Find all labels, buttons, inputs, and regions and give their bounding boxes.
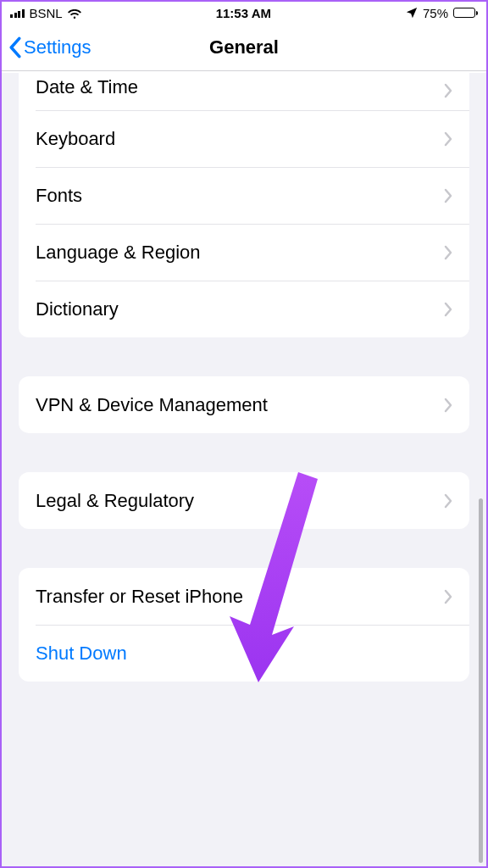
row-label: Transfer or Reset iPhone	[36, 586, 243, 608]
settings-group-4: Transfer or Reset iPhone Shut Down	[19, 568, 469, 682]
row-keyboard[interactable]: Keyboard	[19, 110, 469, 167]
row-legal-regulatory[interactable]: Legal & Regulatory	[19, 472, 469, 529]
back-label: Settings	[24, 36, 92, 58]
row-label: Legal & Regulatory	[36, 490, 194, 512]
chevron-right-icon	[444, 589, 452, 604]
wifi-icon	[68, 8, 81, 18]
status-left: BSNL	[10, 6, 81, 20]
chevron-right-icon	[444, 398, 452, 413]
chevron-left-icon	[8, 36, 22, 58]
battery-percent: 75%	[423, 6, 448, 20]
chevron-right-icon	[444, 188, 452, 203]
row-label: Fonts	[36, 185, 82, 207]
settings-group-1: Date & Time Keyboard Fonts Language & Re…	[19, 73, 469, 337]
carrier-label: BSNL	[30, 6, 63, 20]
battery-icon	[453, 8, 478, 18]
row-label: Language & Region	[36, 242, 201, 264]
chevron-right-icon	[444, 245, 452, 260]
row-date-time[interactable]: Date & Time	[19, 73, 469, 110]
row-language-region[interactable]: Language & Region	[19, 224, 469, 281]
chevron-right-icon	[444, 302, 452, 317]
settings-group-2: VPN & Device Management	[19, 376, 469, 433]
row-transfer-or-reset-iphone[interactable]: Transfer or Reset iPhone	[19, 568, 469, 625]
row-label: Shut Down	[36, 643, 127, 665]
status-right: 75%	[406, 6, 478, 20]
row-label: Keyboard	[36, 128, 115, 150]
row-label: Dictionary	[36, 298, 119, 320]
back-button[interactable]: Settings	[8, 24, 92, 70]
status-bar: BSNL 11:53 AM 75%	[2, 2, 486, 24]
cellular-signal-icon	[10, 8, 25, 18]
chevron-right-icon	[444, 493, 452, 509]
chevron-right-icon	[444, 131, 452, 147]
row-fonts[interactable]: Fonts	[19, 167, 469, 224]
location-icon	[406, 7, 418, 19]
chevron-right-icon	[444, 83, 452, 98]
settings-group-3: Legal & Regulatory	[19, 472, 469, 529]
content-scroll[interactable]: Date & Time Keyboard Fonts Language & Re…	[2, 73, 486, 866]
nav-bar: Settings General	[2, 24, 486, 71]
status-time: 11:53 AM	[216, 6, 271, 20]
row-shut-down[interactable]: Shut Down	[19, 625, 469, 682]
row-label: VPN & Device Management	[36, 394, 268, 416]
page-title: General	[209, 36, 279, 58]
row-vpn-device-management[interactable]: VPN & Device Management	[19, 376, 469, 433]
row-dictionary[interactable]: Dictionary	[19, 281, 469, 337]
row-label: Date & Time	[36, 76, 138, 98]
scrollbar[interactable]	[479, 498, 483, 863]
